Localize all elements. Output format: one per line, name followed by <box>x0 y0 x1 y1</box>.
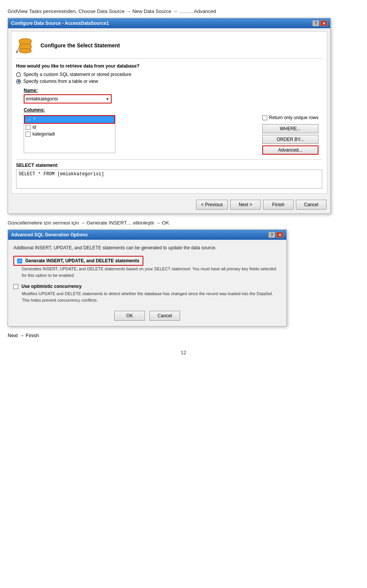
previous-button[interactable]: < Previous <box>196 200 228 210</box>
columns-list: ✓ * id kategoriadi <box>24 115 115 153</box>
footer-text: Next → Finish <box>8 333 359 338</box>
ok-button[interactable]: OK <box>114 311 145 321</box>
dialog2-titlebar-controls: ? ✕ <box>268 232 283 238</box>
radio2-label: Specify columns from a table or view <box>23 79 98 84</box>
columns-left: ✓ * id kategoriadi <box>16 115 255 155</box>
id-checkbox[interactable] <box>26 125 31 130</box>
option2-checkbox[interactable] <box>13 284 18 289</box>
radio-columns[interactable]: Specify columns from a table or view <box>16 79 322 84</box>
next-button[interactable]: Next > <box>230 200 261 210</box>
dialog1-titlebar: Configure Data Source - AccessDataSource… <box>8 18 330 28</box>
orderby-button[interactable]: ORDER BY... <box>262 135 318 144</box>
select-statement-value: SELECT * FROM [emlakkategorisi] <box>19 171 104 177</box>
option2-label: Use optimistic concurrency <box>21 284 81 289</box>
name-dropdown[interactable]: emlakkategorisi ▼ <box>24 94 112 103</box>
svg-point-2 <box>19 48 31 53</box>
unique-checkbox[interactable] <box>262 115 267 120</box>
svg-point-4 <box>16 51 18 53</box>
option1-header: ✓ Generate INSERT, UPDATE, and DELETE st… <box>13 256 143 266</box>
where-button[interactable]: WHERE... <box>262 124 318 133</box>
dropdown-arrow-icon: ▼ <box>106 97 109 101</box>
column-kategoriadi[interactable]: kategoriadi <box>24 131 115 137</box>
configure-datasource-dialog: Configure Data Source - AccessDataSource… <box>8 18 331 214</box>
dialog2-cancel-button[interactable]: Cancel <box>149 311 180 321</box>
instruction-text: Güncellemelere izin vermesi için → Gener… <box>8 220 359 226</box>
name-value: emlakkategorisi <box>26 96 58 102</box>
select-statement-section: SELECT statement: SELECT * FROM [emlakka… <box>16 159 322 189</box>
dialog2-close-button[interactable]: ✕ <box>276 232 283 238</box>
titlebar-controls: ? ✕ <box>312 20 327 26</box>
dialog1-body: Configure the Select Statement How would… <box>11 31 327 194</box>
radio-custom-sql[interactable]: Specify a custom SQL statement or stored… <box>16 72 322 77</box>
columns-field-label: Columns: <box>24 107 322 113</box>
radio1-label: Specify a custom SQL statement or stored… <box>23 72 131 77</box>
configure-header: Configure the Select Statement <box>16 36 322 59</box>
breadcrumb: GridView Tasks penceresinden, Choose Dat… <box>8 8 359 14</box>
retrieve-question: How would you like to retrieve data from… <box>16 63 322 69</box>
kategoriadi-label: kategoriadi <box>32 131 55 137</box>
dialog2-titlebar: Advanced SQL Generation Options ? ✕ <box>8 230 286 240</box>
option2-description: Modifies UPDATE and DELETE statements to… <box>22 291 281 303</box>
option2-block: Use optimistic concurrency Modifies UPDA… <box>13 284 281 303</box>
option1-block: ✓ Generate INSERT, UPDATE, and DELETE st… <box>13 256 281 278</box>
dialog1-help-button[interactable]: ? <box>312 20 319 26</box>
star-checkbox[interactable]: ✓ <box>26 117 31 122</box>
star-label: * <box>33 117 35 122</box>
dialog1-close-button[interactable]: ✕ <box>320 20 327 26</box>
radio2-circle <box>16 79 21 84</box>
select-statement-label: SELECT statement: <box>16 163 322 168</box>
option1-checkbox[interactable]: ✓ <box>17 258 22 263</box>
name-row: emlakkategorisi ▼ <box>24 94 322 103</box>
database-icon <box>16 36 34 55</box>
advanced-dialog-body: Additional INSERT, UPDATE, and DELETE st… <box>8 240 286 326</box>
select-textarea: SELECT * FROM [emlakkategorisi] <box>16 170 322 189</box>
option1-description: Generates INSERT, UPDATE, and DELETE sta… <box>22 266 281 278</box>
advanced-description: Additional INSERT, UPDATE, and DELETE st… <box>13 245 281 250</box>
configure-header-title: Configure the Select Statement <box>41 42 120 48</box>
cancel-button[interactable]: Cancel <box>296 200 326 210</box>
columns-right: Return only unique rows WHERE... ORDER B… <box>262 115 322 155</box>
ok-cancel-row: OK Cancel <box>13 311 281 321</box>
dialog1-title: Configure Data Source - AccessDataSource… <box>11 21 109 26</box>
unique-row: Return only unique rows <box>262 115 318 120</box>
columns-section: ✓ * id kategoriadi Return onl <box>16 115 322 155</box>
radio1-circle <box>16 72 21 77</box>
option2-header: Use optimistic concurrency <box>13 284 281 289</box>
dialog1-footer: < Previous Next > Finish Cancel <box>8 197 330 213</box>
page-number: 12 <box>8 350 359 355</box>
option1-label: Generate INSERT, UPDATE, and DELETE stat… <box>25 258 140 263</box>
name-field-label: Name: <box>24 88 322 93</box>
kategoriadi-checkbox[interactable] <box>26 132 31 137</box>
column-id[interactable]: id <box>24 124 115 131</box>
unique-label: Return only unique rows <box>269 115 318 120</box>
advanced-button[interactable]: Advanced... <box>262 145 318 155</box>
column-star[interactable]: ✓ * <box>24 115 115 124</box>
dialog2-help-button[interactable]: ? <box>268 232 275 238</box>
advanced-sql-dialog: Advanced SQL Generation Options ? ✕ Addi… <box>8 229 287 326</box>
finish-button[interactable]: Finish <box>263 200 294 210</box>
id-label: id <box>32 124 36 130</box>
dialog2-title: Advanced SQL Generation Options <box>11 232 88 237</box>
